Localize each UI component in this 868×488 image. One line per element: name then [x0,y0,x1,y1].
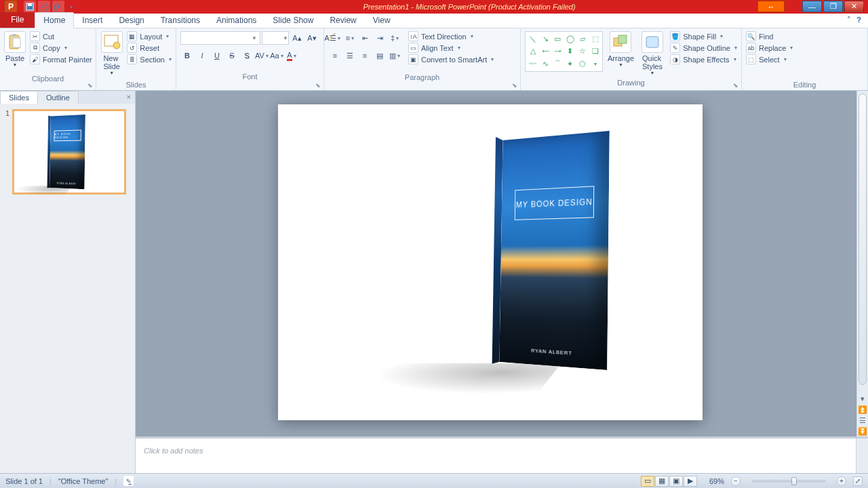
ribbon-minimize-button[interactable]: ˄ [847,16,851,24]
shape-fill-button[interactable]: 🪣Shape Fill [670,31,737,41]
tab-review[interactable]: Review [321,13,364,28]
slide-thumbnail-1[interactable]: MY BOOK DESIGN RYAN ALBERT [12,109,126,195]
bucket-icon: 🪣 [670,31,680,41]
strikethrough-button[interactable]: S [225,49,239,62]
svg-rect-8 [618,35,627,43]
paragraph-dialog-launcher[interactable]: ⬊ [328,82,517,89]
underline-button[interactable]: U [210,49,224,62]
reset-icon: ↺ [127,43,137,53]
numbering-button[interactable]: ≡ [343,31,357,45]
zoom-slider-knob[interactable] [791,477,797,485]
align-center-button[interactable]: ☰ [343,49,357,62]
tab-animations[interactable]: Animations [208,13,264,28]
view-normal-button[interactable]: ▭ [641,476,654,487]
text-direction-button[interactable]: ↕AText Direction [408,31,494,41]
panel-tab-outline[interactable]: Outline [37,91,79,104]
drawing-dialog-launcher[interactable]: ⬊ [525,82,738,89]
qat-customize-button[interactable] [66,1,75,13]
tab-view[interactable]: View [365,13,399,28]
zoom-fit-button[interactable]: ⤢ [853,476,863,486]
book-author-text: RYAN ALBERT [500,346,608,359]
find-button[interactable]: 🔍Find [746,31,793,41]
decrease-indent-button[interactable]: ⇤ [358,31,372,45]
zoom-percent[interactable]: 69% [709,477,724,485]
reset-button[interactable]: ↺Reset [127,43,172,53]
font-size-combo[interactable]: ▼ [262,31,289,45]
panel-tab-slides[interactable]: Slides [0,91,38,104]
spellcheck-icon[interactable]: ✎̲ [123,476,134,486]
grow-font-button[interactable]: A▴ [290,31,304,45]
view-sorter-button[interactable]: ▦ [655,476,669,487]
book-title-text: MY BOOK DESIGN [515,186,594,220]
quick-styles-button[interactable]: Quick Styles▼ [639,31,667,75]
copy-button[interactable]: ⧉Copy [30,43,92,53]
select-button[interactable]: ⬚Select [746,54,793,64]
notes-pane[interactable]: Click to add notes [136,436,868,473]
bold-button[interactable]: B [180,49,194,62]
format-painter-button[interactable]: 🖌Format Painter [30,54,92,64]
convert-smartart-button[interactable]: ▣Convert to SmartArt [408,54,494,64]
book-3d-object[interactable]: MY BOOK DESIGN RYAN ALBERT [499,131,609,370]
char-spacing-button[interactable]: AV [255,49,269,62]
align-right-button[interactable]: ≡ [358,49,372,62]
columns-button[interactable]: ▥ [388,49,401,62]
replace-button[interactable]: abReplace [746,43,793,53]
pen-icon: ✎ [670,43,680,53]
change-case-button[interactable]: Aa [270,49,283,62]
slide-canvas-viewport[interactable]: MY BOOK DESIGN RYAN ALBERT ▴ ▾ ⏫ ☰ ⏬ [136,91,868,436]
arrange-button[interactable]: Arrange▼ [607,31,635,67]
find-icon: 🔍 [746,31,756,41]
next-slide-button[interactable]: ⏬ [857,426,868,436]
window-minimize-button[interactable]: — [802,1,822,12]
align-text-button[interactable]: ▭Align Text [408,43,494,53]
tab-home[interactable]: Home [35,12,74,28]
zoom-slider[interactable] [751,480,826,483]
section-button[interactable]: ≣Section [127,54,172,64]
tab-file[interactable]: File [0,12,35,28]
vertical-scrollbar[interactable]: ▴ ▾ ⏫ ☰ ⏬ [856,91,868,436]
window-restore-button[interactable]: ❐ [823,1,843,12]
tab-slide-show[interactable]: Slide Show [264,13,321,28]
line-spacing-button[interactable]: ‡ [388,31,401,45]
scroll-down-button[interactable]: ▾ [857,393,868,404]
font-name-combo[interactable]: ▼ [180,31,260,45]
shape-effects-button[interactable]: ◑Shape Effects [670,54,737,64]
shape-outline-button[interactable]: ✎Shape Outline [670,43,737,53]
qat-save-button[interactable] [24,1,36,13]
tab-transitions[interactable]: Transitions [153,13,208,28]
panel-close-button[interactable]: × [127,93,131,101]
view-reading-button[interactable]: ▣ [669,476,683,487]
view-slideshow-button[interactable]: ▶ [684,476,697,487]
font-color-button[interactable]: A [285,49,298,62]
shrink-font-button[interactable]: A▾ [305,31,319,45]
scroll-thumb[interactable] [859,94,867,385]
prev-slide-button[interactable]: ⏫ [857,404,868,415]
new-slide-button[interactable]: New Slide ▼ [100,31,123,75]
svg-point-6 [113,42,120,49]
layout-button[interactable]: ▦Layout [127,31,172,41]
font-dialog-launcher[interactable]: ⬊ [180,82,321,89]
shapes-gallery[interactable]: ＼↘▭◯▱⬚ △⭠⭢⬍☆❏ 〰∿⌒✦⬠▾ [525,31,603,72]
clipboard-dialog-launcher[interactable]: ⬊ [4,82,93,89]
justify-button[interactable]: ▤ [373,49,387,62]
slides-panel: Slides Outline × 1 MY BOOK DESIGN [0,91,136,473]
tab-design[interactable]: Design [111,13,152,28]
cut-button[interactable]: ✂Cut [30,31,92,41]
align-left-button[interactable]: ≡ [328,49,342,62]
qat-redo-button[interactable] [52,1,64,13]
app-titlebar: P Presentation1 - Microsoft PowerPoint (… [0,0,868,14]
zoom-out-button[interactable]: − [731,476,741,486]
window-close-button[interactable]: ✕ [844,1,864,12]
zoom-in-button[interactable]: + [837,476,846,486]
slide-canvas[interactable]: MY BOOK DESIGN RYAN ALBERT [278,104,703,420]
svg-rect-9 [646,37,658,47]
slide-menu-button[interactable]: ☰ [857,415,868,426]
tab-insert[interactable]: Insert [74,13,111,28]
increase-indent-button[interactable]: ⇥ [373,31,387,45]
qat-undo-button[interactable] [38,1,50,13]
italic-button[interactable]: I [195,49,209,62]
paste-button[interactable]: Paste ▼ [4,31,26,67]
text-shadow-button[interactable]: S [240,49,254,62]
ribbon-help-button[interactable]: ? [856,16,861,24]
new-slide-icon [101,31,123,53]
